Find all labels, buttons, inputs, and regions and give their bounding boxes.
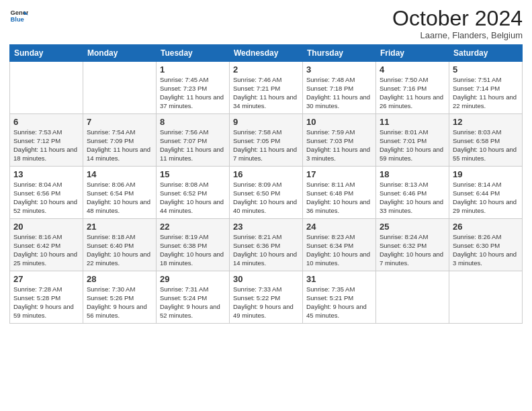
daylight-hours: Sunrise: 7:48 AM Sunset: 7:18 PM Dayligh…: [306, 76, 372, 110]
day-number: 21: [87, 222, 152, 232]
day-number: 14: [87, 169, 152, 179]
daylight-hours: Sunrise: 7:50 AM Sunset: 7:16 PM Dayligh…: [380, 76, 445, 110]
col-friday: Friday: [376, 45, 449, 62]
daylight-hours: Sunrise: 8:03 AM Sunset: 6:58 PM Dayligh…: [453, 128, 519, 163]
day-number: 31: [306, 274, 372, 284]
daylight-hours: Sunrise: 8:08 AM Sunset: 6:52 PM Dayligh…: [160, 181, 226, 215]
day-number: 10: [306, 117, 372, 127]
daylight-hours: Sunrise: 7:33 AM Sunset: 5:22 PM Dayligh…: [233, 285, 299, 320]
calendar-cell: [376, 271, 449, 324]
day-number: 26: [453, 222, 519, 232]
daylight-hours: Sunrise: 7:51 AM Sunset: 7:14 PM Dayligh…: [453, 76, 519, 110]
title-block: October 2024 Laarne, Flanders, Belgium: [392, 7, 523, 40]
calendar-cell: 6Sunrise: 7:53 AM Sunset: 7:12 PM Daylig…: [10, 114, 83, 167]
day-number: 27: [13, 274, 79, 284]
daylight-hours: Sunrise: 8:06 AM Sunset: 6:54 PM Dayligh…: [87, 181, 152, 215]
day-number: 23: [233, 222, 299, 232]
calendar-cell: 8Sunrise: 7:56 AM Sunset: 7:07 PM Daylig…: [157, 114, 230, 167]
calendar-cell: 14Sunrise: 8:06 AM Sunset: 6:54 PM Dayli…: [83, 167, 157, 219]
calendar-cell: 20Sunrise: 8:16 AM Sunset: 6:42 PM Dayli…: [10, 219, 83, 271]
daylight-hours: Sunrise: 8:21 AM Sunset: 6:36 PM Dayligh…: [233, 233, 299, 267]
calendar-cell: 13Sunrise: 8:04 AM Sunset: 6:56 PM Dayli…: [10, 167, 83, 219]
logo: General Blue: [9, 7, 28, 26]
calendar-cell: 26Sunrise: 8:26 AM Sunset: 6:30 PM Dayli…: [449, 219, 523, 271]
day-number: 18: [380, 169, 445, 179]
page-container: General Blue October 2024 Laarne, Flande…: [0, 0, 532, 329]
daylight-hours: Sunrise: 7:30 AM Sunset: 5:26 PM Dayligh…: [87, 285, 152, 320]
week-row-3: 13Sunrise: 8:04 AM Sunset: 6:56 PM Dayli…: [10, 167, 523, 219]
day-number: 8: [160, 117, 226, 127]
daylight-hours: Sunrise: 8:09 AM Sunset: 6:50 PM Dayligh…: [233, 181, 299, 215]
daylight-hours: Sunrise: 7:56 AM Sunset: 7:07 PM Dayligh…: [160, 128, 226, 163]
calendar-cell: 31Sunrise: 7:35 AM Sunset: 5:21 PM Dayli…: [303, 271, 376, 324]
daylight-hours: Sunrise: 8:26 AM Sunset: 6:30 PM Dayligh…: [453, 233, 519, 267]
col-monday: Monday: [83, 45, 157, 62]
daylight-hours: Sunrise: 7:45 AM Sunset: 7:23 PM Dayligh…: [160, 76, 226, 110]
col-wednesday: Wednesday: [230, 45, 303, 62]
week-row-4: 20Sunrise: 8:16 AM Sunset: 6:42 PM Dayli…: [10, 219, 523, 271]
day-number: 22: [160, 222, 226, 232]
daylight-hours: Sunrise: 8:01 AM Sunset: 7:01 PM Dayligh…: [380, 128, 445, 163]
week-row-5: 27Sunrise: 7:28 AM Sunset: 5:28 PM Dayli…: [10, 271, 523, 324]
calendar-cell: 24Sunrise: 8:23 AM Sunset: 6:34 PM Dayli…: [303, 219, 376, 271]
calendar-cell: [449, 271, 523, 324]
day-number: 7: [87, 117, 152, 127]
daylight-hours: Sunrise: 7:31 AM Sunset: 5:24 PM Dayligh…: [160, 285, 226, 320]
daylight-hours: Sunrise: 7:53 AM Sunset: 7:12 PM Dayligh…: [13, 128, 79, 163]
calendar-cell: 4Sunrise: 7:50 AM Sunset: 7:16 PM Daylig…: [376, 62, 449, 114]
daylight-hours: Sunrise: 8:11 AM Sunset: 6:48 PM Dayligh…: [306, 181, 372, 215]
day-number: 20: [13, 222, 79, 232]
header-row: Sunday Monday Tuesday Wednesday Thursday…: [10, 45, 523, 62]
col-tuesday: Tuesday: [157, 45, 230, 62]
calendar-cell: 1Sunrise: 7:45 AM Sunset: 7:23 PM Daylig…: [157, 62, 230, 114]
calendar-cell: 11Sunrise: 8:01 AM Sunset: 7:01 PM Dayli…: [376, 114, 449, 167]
calendar-cell: 21Sunrise: 8:18 AM Sunset: 6:40 PM Dayli…: [83, 219, 157, 271]
calendar-cell: 18Sunrise: 8:13 AM Sunset: 6:46 PM Dayli…: [376, 167, 449, 219]
calendar-cell: 16Sunrise: 8:09 AM Sunset: 6:50 PM Dayli…: [230, 167, 303, 219]
calendar-cell: 5Sunrise: 7:51 AM Sunset: 7:14 PM Daylig…: [449, 62, 523, 114]
calendar-cell: 15Sunrise: 8:08 AM Sunset: 6:52 PM Dayli…: [157, 167, 230, 219]
daylight-hours: Sunrise: 7:59 AM Sunset: 7:03 PM Dayligh…: [306, 128, 372, 163]
day-number: 19: [453, 169, 519, 179]
daylight-hours: Sunrise: 8:13 AM Sunset: 6:46 PM Dayligh…: [380, 181, 445, 215]
day-number: 17: [306, 169, 372, 179]
calendar-cell: [83, 62, 157, 114]
daylight-hours: Sunrise: 8:04 AM Sunset: 6:56 PM Dayligh…: [13, 181, 79, 215]
day-number: 12: [453, 117, 519, 127]
day-number: 24: [306, 222, 372, 232]
daylight-hours: Sunrise: 7:58 AM Sunset: 7:05 PM Dayligh…: [233, 128, 299, 163]
calendar-cell: 27Sunrise: 7:28 AM Sunset: 5:28 PM Dayli…: [10, 271, 83, 324]
daylight-hours: Sunrise: 7:35 AM Sunset: 5:21 PM Dayligh…: [306, 285, 372, 320]
day-number: 2: [233, 64, 299, 75]
daylight-hours: Sunrise: 8:23 AM Sunset: 6:34 PM Dayligh…: [306, 233, 372, 267]
col-saturday: Saturday: [449, 45, 523, 62]
day-number: 16: [233, 169, 299, 179]
calendar-cell: 7Sunrise: 7:54 AM Sunset: 7:09 PM Daylig…: [83, 114, 157, 167]
week-row-1: 1Sunrise: 7:45 AM Sunset: 7:23 PM Daylig…: [10, 62, 523, 114]
calendar-cell: 30Sunrise: 7:33 AM Sunset: 5:22 PM Dayli…: [230, 271, 303, 324]
calendar-cell: 23Sunrise: 8:21 AM Sunset: 6:36 PM Dayli…: [230, 219, 303, 271]
day-number: 11: [380, 117, 445, 127]
calendar-cell: 10Sunrise: 7:59 AM Sunset: 7:03 PM Dayli…: [303, 114, 376, 167]
day-number: 29: [160, 274, 226, 284]
calendar-cell: 28Sunrise: 7:30 AM Sunset: 5:26 PM Dayli…: [83, 271, 157, 324]
day-number: 4: [380, 64, 445, 75]
daylight-hours: Sunrise: 8:18 AM Sunset: 6:40 PM Dayligh…: [87, 233, 152, 267]
calendar-cell: 19Sunrise: 8:14 AM Sunset: 6:44 PM Dayli…: [449, 167, 523, 219]
calendar-cell: 2Sunrise: 7:46 AM Sunset: 7:21 PM Daylig…: [230, 62, 303, 114]
calendar-cell: 9Sunrise: 7:58 AM Sunset: 7:05 PM Daylig…: [230, 114, 303, 167]
daylight-hours: Sunrise: 7:46 AM Sunset: 7:21 PM Dayligh…: [233, 76, 299, 110]
day-number: 1: [160, 64, 226, 75]
week-row-2: 6Sunrise: 7:53 AM Sunset: 7:12 PM Daylig…: [10, 114, 523, 167]
daylight-hours: Sunrise: 8:14 AM Sunset: 6:44 PM Dayligh…: [453, 181, 519, 215]
col-thursday: Thursday: [303, 45, 376, 62]
calendar-table: Sunday Monday Tuesday Wednesday Thursday…: [9, 44, 523, 324]
calendar-cell: 17Sunrise: 8:11 AM Sunset: 6:48 PM Dayli…: [303, 167, 376, 219]
day-number: 25: [380, 222, 445, 232]
day-number: 15: [160, 169, 226, 179]
daylight-hours: Sunrise: 8:16 AM Sunset: 6:42 PM Dayligh…: [13, 233, 79, 267]
calendar-cell: 3Sunrise: 7:48 AM Sunset: 7:18 PM Daylig…: [303, 62, 376, 114]
calendar-cell: 25Sunrise: 8:24 AM Sunset: 6:32 PM Dayli…: [376, 219, 449, 271]
day-number: 3: [306, 64, 372, 75]
day-number: 5: [453, 64, 519, 75]
